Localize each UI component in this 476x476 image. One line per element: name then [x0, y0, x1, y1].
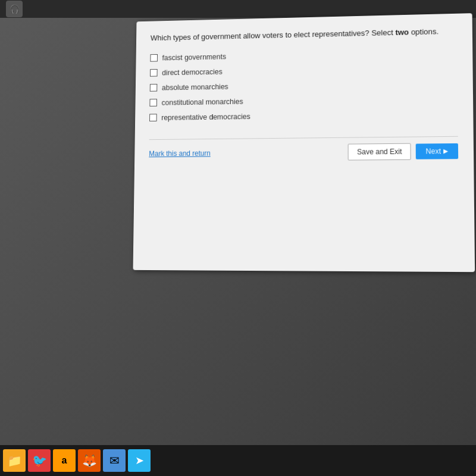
taskbar-mail-icon[interactable]: ✉	[103, 449, 126, 472]
option-checkbox-1[interactable]	[150, 54, 158, 62]
screen: 🎧 Which types of government allow voters…	[0, 0, 476, 476]
panel-footer: Mark this and return Save and Exit Next	[149, 136, 458, 168]
footer-buttons: Save and Exit Next	[348, 142, 458, 160]
option-checkbox-4[interactable]	[149, 99, 157, 107]
option-label-4[interactable]: constitutional monarchies	[162, 97, 243, 107]
panel-wrapper: Which types of government allow voters t…	[61, 4, 476, 449]
taskbar-folder-icon[interactable]: 📁	[3, 449, 26, 472]
option-checkbox-5[interactable]	[149, 114, 157, 121]
list-item: direct democracies	[150, 63, 458, 77]
headphone-icon: 🎧	[6, 1, 23, 17]
taskbar-arrow-icon[interactable]: ➤	[128, 449, 151, 472]
option-label-1[interactable]: fascist governments	[162, 52, 226, 62]
list-item: representative democracies	[149, 109, 458, 122]
taskbar: 📁 🐦 a 🦊 ✉ ➤	[0, 445, 476, 476]
taskbar-firefox-icon[interactable]: 🦊	[78, 449, 101, 472]
list-item: fascist governments	[150, 48, 457, 62]
option-label-3[interactable]: absolute monarchies	[162, 82, 228, 91]
save-exit-button[interactable]: Save and Exit	[348, 143, 411, 160]
question-text: Which types of government allow voters t…	[151, 26, 457, 44]
list-item: constitutional monarchies	[149, 94, 458, 107]
quiz-panel: Which types of government allow voters t…	[133, 13, 475, 272]
taskbar-amazon-icon[interactable]: a	[53, 449, 76, 472]
next-button[interactable]: Next	[416, 143, 458, 159]
option-label-2[interactable]: direct democracies	[162, 67, 223, 76]
question-text-before: Which types of government allow voters t…	[151, 28, 396, 42]
option-checkbox-3[interactable]	[150, 84, 158, 92]
taskbar-bird-icon[interactable]: 🐦	[28, 449, 51, 472]
list-item: absolute monarchies	[150, 79, 458, 92]
option-checkbox-2[interactable]	[150, 69, 158, 77]
mark-return-button[interactable]: Mark this and return	[149, 149, 211, 158]
option-label-5[interactable]: representative democracies	[161, 112, 250, 122]
question-bold-word: two	[395, 28, 409, 37]
question-text-after: options.	[409, 27, 439, 36]
options-list: fascist governments direct democracies a…	[149, 48, 458, 122]
